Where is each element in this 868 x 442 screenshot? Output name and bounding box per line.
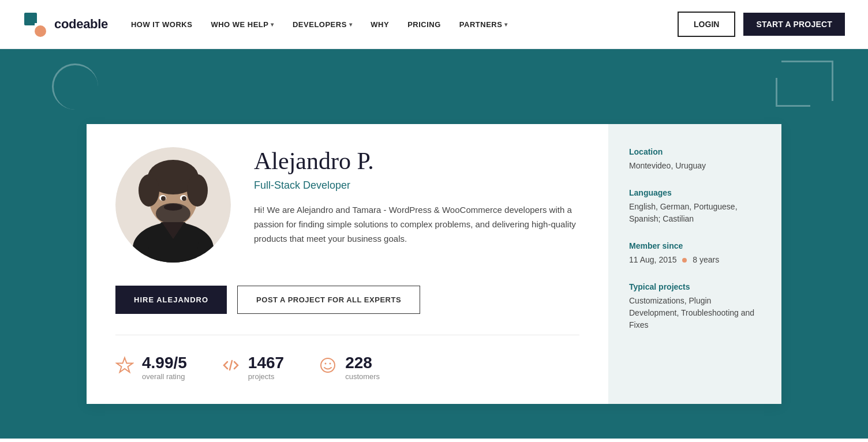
rating-value: 4.99/5 (142, 354, 187, 372)
nav-how-it-works[interactable]: HOW IT WORKS (131, 20, 192, 29)
svg-point-3 (38, 28, 43, 34)
smiley-icon (319, 356, 337, 379)
hire-button[interactable]: HIRE ALEJANDRO (115, 286, 227, 314)
svg-point-21 (330, 363, 331, 365)
sidebar-member-since: Member since 11 Aug, 2015 8 years (629, 241, 761, 266)
member-since-value: 11 Aug, 2015 8 years (629, 254, 761, 266)
chevron-down-icon: ▾ (271, 21, 274, 28)
svg-point-19 (321, 358, 335, 372)
sidebar-typical-projects: Typical projects Customizations, Plugin … (629, 282, 761, 331)
nav-pricing[interactable]: PRICING (407, 20, 441, 29)
logo-icon (23, 12, 48, 37)
profile-card: Alejandro P. Full-Stack Developer Hi! We… (87, 124, 781, 404)
star-icon (115, 356, 134, 379)
svg-point-20 (325, 363, 327, 365)
nav-developers[interactable]: DEVELOPERS ▾ (293, 20, 352, 29)
avatar-image (115, 147, 231, 263)
nav-actions: LOGIN START A PROJECT (678, 12, 845, 37)
nav-who-we-help[interactable]: WHO WE HELP ▾ (211, 20, 274, 29)
projects-value: 1467 (248, 354, 284, 372)
sidebar-languages: Languages English, German, Portuguese, S… (629, 188, 761, 225)
svg-line-18 (230, 361, 232, 370)
navbar: codeable HOW IT WORKS WHO WE HELP ▾ DEVE… (0, 0, 868, 49)
profile-info: Alejandro P. Full-Stack Developer Hi! We… (254, 147, 579, 263)
chevron-down-icon: ▾ (349, 21, 353, 28)
hero-decoration-left (52, 63, 98, 110)
customers-label: customers (345, 372, 380, 381)
start-project-button[interactable]: START A PROJECT (743, 13, 845, 36)
profile-main: Alejandro P. Full-Stack Developer Hi! We… (87, 124, 608, 404)
nav-links: HOW IT WORKS WHO WE HELP ▾ DEVELOPERS ▾ … (131, 20, 678, 29)
logo-link[interactable]: codeable (23, 12, 108, 37)
avatar (115, 147, 231, 263)
stat-rating: 4.99/5 overall rating (115, 354, 187, 381)
languages-value: English, German, Portuguese, Spanish; Ca… (629, 201, 761, 225)
svg-point-15 (182, 196, 186, 201)
sidebar-location: Location Montevideo, Uruguay (629, 147, 761, 172)
svg-marker-17 (117, 358, 133, 372)
svg-point-9 (139, 174, 159, 207)
customers-value: 228 (345, 354, 380, 372)
profile-outer: Alejandro P. Full-Stack Developer Hi! We… (0, 124, 868, 439)
profile-sidebar: Location Montevideo, Uruguay Languages E… (608, 124, 781, 404)
location-label: Location (629, 147, 761, 156)
profile-name: Alejandro P. (254, 147, 579, 175)
post-project-button[interactable]: POST A PROJECT FOR ALL EXPERTS (237, 286, 420, 314)
hero-decoration-right2 (776, 78, 810, 107)
nav-partners[interactable]: PARTNERS ▾ (459, 20, 508, 29)
member-since-label: Member since (629, 241, 761, 250)
typical-projects-value: Customizations, Plugin Development, Trou… (629, 295, 761, 331)
profile-title: Full-Stack Developer (254, 179, 579, 192)
location-value: Montevideo, Uruguay (629, 160, 761, 172)
svg-point-14 (161, 196, 166, 201)
profile-actions: HIRE ALEJANDRO POST A PROJECT FOR ALL EX… (115, 286, 579, 335)
logo-text: codeable (54, 17, 108, 32)
hero-banner (0, 49, 868, 124)
stat-customers: 228 customers (319, 354, 380, 381)
profile-bio: Hi! We are Alejandro and Tamara - WordPr… (254, 203, 579, 246)
svg-point-16 (164, 204, 182, 211)
avatar-wrapper (115, 147, 231, 263)
rating-label: overall rating (142, 372, 187, 381)
login-button[interactable]: LOGIN (678, 12, 735, 37)
languages-label: Languages (629, 188, 761, 197)
stat-projects: 1467 projects (222, 354, 284, 381)
profile-stats: 4.99/5 overall rating 1467 pro (115, 335, 579, 381)
typical-projects-label: Typical projects (629, 282, 761, 291)
chevron-down-icon: ▾ (504, 21, 508, 28)
profile-top: Alejandro P. Full-Stack Developer Hi! We… (115, 147, 579, 263)
code-icon (222, 356, 240, 379)
nav-why[interactable]: WHY (371, 20, 389, 29)
svg-point-10 (187, 174, 208, 207)
member-dot (682, 258, 687, 263)
projects-label: projects (248, 372, 284, 381)
